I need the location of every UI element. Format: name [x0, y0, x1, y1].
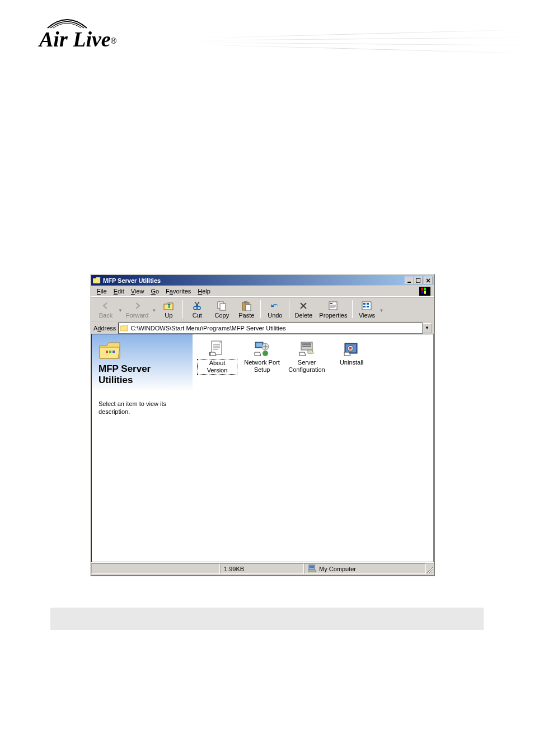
paste-label: Paste [238, 312, 254, 319]
status-left [91, 563, 220, 574]
properties-button[interactable]: Properties [316, 299, 350, 320]
menu-edit[interactable]: Edit [110, 287, 128, 296]
svg-rect-22 [256, 343, 262, 347]
menu-favorites[interactable]: Favorites [162, 287, 194, 296]
folder-icon [92, 276, 101, 285]
file-list: About Version Network Port Setup Server … [193, 334, 433, 562]
window-title: MFP Server Utilities [103, 277, 405, 284]
back-label: Back [99, 312, 113, 319]
undo-icon [269, 300, 280, 311]
uninstall-icon [343, 340, 360, 358]
svg-rect-13 [363, 303, 366, 305]
status-location: My Computer [304, 563, 426, 574]
svg-rect-33 [310, 566, 314, 568]
svg-rect-15 [363, 306, 366, 307]
back-dropdown[interactable]: ▼ [118, 306, 123, 313]
svg-rect-31 [349, 347, 352, 349]
cut-label: Cut [193, 312, 202, 319]
close-button[interactable] [424, 277, 433, 284]
menu-file[interactable]: File [93, 287, 110, 296]
properties-label: Properties [319, 312, 347, 319]
up-button[interactable]: Up [156, 299, 181, 320]
svg-rect-11 [330, 303, 332, 304]
menu-help[interactable]: Help [194, 287, 214, 296]
file-label: Uninstall [340, 359, 363, 366]
delete-button[interactable]: Delete [291, 299, 316, 320]
undo-button[interactable]: Undo [263, 299, 287, 320]
svg-rect-26 [302, 343, 311, 345]
header-decoration [190, 34, 534, 78]
file-about-version[interactable]: About Version [197, 340, 237, 375]
copy-icon [216, 300, 227, 311]
back-button[interactable]: Back [93, 299, 118, 320]
svg-rect-34 [308, 570, 316, 572]
file-uninstall[interactable]: Uninstall [331, 340, 372, 366]
svg-rect-9 [246, 305, 251, 311]
svg-point-3 [194, 306, 197, 310]
cut-button[interactable]: Cut [185, 299, 209, 320]
views-button[interactable]: Views [354, 299, 379, 320]
menu-go[interactable]: Go [147, 287, 162, 296]
address-input[interactable]: C:\WINDOWS\Start Menu\Programs\MFP Serve… [118, 323, 423, 334]
undo-label: Undo [268, 312, 282, 319]
windows-flag-icon [418, 286, 432, 296]
views-icon [361, 300, 372, 311]
svg-rect-8 [244, 301, 247, 304]
svg-rect-16 [367, 306, 369, 307]
logo-text: Air Live [39, 27, 111, 51]
resize-grip[interactable] [426, 566, 434, 574]
server-config-icon [298, 340, 316, 358]
forward-dropdown[interactable]: ▼ [152, 306, 156, 313]
toolbar: Back ▼ Forward ▼ Up Cut Copy Paste Undo [91, 297, 434, 321]
svg-rect-27 [302, 346, 311, 347]
minimize-button[interactable] [405, 277, 414, 284]
network-setup-icon [253, 340, 271, 358]
svg-rect-6 [220, 304, 226, 310]
forward-arrow-icon [132, 300, 143, 311]
copy-button[interactable]: Copy [209, 299, 234, 320]
svg-rect-19 [113, 351, 115, 353]
sidebar-title: MFP Server Utilities [99, 363, 186, 386]
up-label: Up [165, 312, 172, 319]
brand-logo: Air Live® [39, 17, 151, 56]
file-network-port-setup[interactable]: Network Port Setup [242, 340, 282, 374]
copy-label: Copy [215, 312, 229, 319]
menubar: File Edit View Go Favorites Help [91, 286, 434, 296]
status-size: 1.99KB [220, 563, 304, 574]
sidebar-panel: MFP Server Utilities Select an item to v… [92, 334, 193, 562]
forward-label: Forward [126, 312, 148, 319]
logo-arc-icon [45, 14, 90, 31]
properties-icon [327, 300, 339, 311]
file-label: Server Configuration [287, 359, 327, 374]
svg-rect-17 [106, 351, 108, 353]
svg-rect-0 [407, 282, 411, 283]
address-label: Address [93, 325, 116, 332]
status-size-value: 1.99KB [224, 566, 244, 572]
delete-x-icon [298, 300, 309, 311]
menu-view[interactable]: View [128, 287, 148, 296]
explorer-window: MFP Server Utilities File Edit View Go F… [90, 274, 435, 576]
paste-button[interactable]: Paste [234, 299, 259, 320]
file-label: About Version [197, 359, 237, 375]
svg-rect-14 [367, 303, 369, 305]
views-label: Views [359, 312, 375, 319]
svg-point-24 [263, 351, 268, 356]
file-label: Network Port Setup [242, 359, 282, 374]
computer-icon [308, 564, 317, 573]
svg-rect-18 [109, 351, 111, 353]
addressbar: Address C:\WINDOWS\Start Menu\Programs\M… [91, 321, 434, 334]
up-folder-icon [163, 300, 174, 311]
content-area: MFP Server Utilities Select an item to v… [91, 334, 434, 562]
svg-point-4 [197, 306, 200, 310]
sidebar-folder-icon [99, 341, 121, 360]
titlebar: MFP Server Utilities [91, 275, 434, 286]
file-server-configuration[interactable]: Server Configuration [287, 340, 327, 374]
address-value: C:\WINDOWS\Start Menu\Programs\MFP Serve… [130, 325, 285, 332]
delete-label: Delete [294, 312, 312, 319]
maximize-button[interactable] [414, 277, 423, 284]
views-dropdown[interactable]: ▼ [379, 306, 383, 313]
address-dropdown[interactable]: ▼ [423, 323, 432, 333]
paste-icon [241, 300, 252, 311]
forward-button[interactable]: Forward [123, 299, 152, 320]
footer-bar [50, 608, 484, 630]
